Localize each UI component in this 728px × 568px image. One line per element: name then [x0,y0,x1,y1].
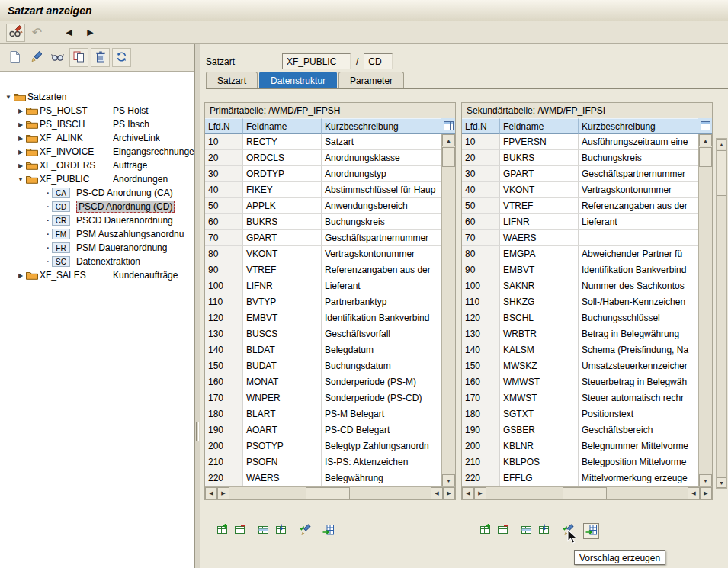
tree-group-desc[interactable]: Anordnungen [113,174,168,185]
cell[interactable]: Abstimmschlüssel für Haup [322,182,441,198]
tab-satzart[interactable]: Satzart [206,72,258,88]
record-type-code-icon[interactable]: SC [52,256,70,267]
cell[interactable]: Buchungskreis [322,214,441,230]
tree-group-key[interactable]: XF_ALINK [40,133,113,143]
cell[interactable]: BLDAT [243,342,322,358]
refresh-button[interactable] [112,48,131,67]
cell[interactable]: Satzart [322,134,441,150]
table-row[interactable]: 220WAERSBelegwährung [205,470,441,486]
vertical-scrollbar[interactable]: ▲▼ [441,134,455,486]
table-row[interactable]: 30GPARTGeschäftspartnernummer [462,166,698,182]
cell[interactable]: 110 [462,294,500,310]
cell[interactable]: RECTY [243,134,322,150]
cell[interactable]: 40 [205,182,243,198]
scroll-left-icon[interactable]: ◀ [205,487,217,499]
tree-item-label[interactable]: PSCD Daueranordnung [76,215,173,226]
column-header[interactable]: Kurzbeschreibung [322,118,441,134]
cell[interactable]: 70 [462,230,500,246]
cell[interactable]: Steuerbetrag in Belegwäh [579,374,698,390]
paste-row-button[interactable] [273,523,289,539]
scroll-left-icon[interactable]: ◀ [688,487,700,499]
cell[interactable]: 200 [205,438,243,454]
check-entries-button[interactable] [297,523,313,539]
tab-datenstruktur[interactable]: Datenstruktur [259,72,337,88]
cell[interactable]: Umsatzsteuerkennzeicher [579,358,698,374]
cell[interactable]: WAERS [243,470,322,486]
table-row[interactable]: 130BUSCSGeschäftsvorfall [205,326,441,342]
cell[interactable]: Mittelvormerkung erzeuge [579,470,698,486]
cell[interactable]: 80 [205,246,243,262]
cell[interactable]: Buchungsdatum [322,358,441,374]
table-row[interactable]: 200KBLNRBelegnummer Mittelvorme [462,438,698,454]
scroll-thumb[interactable] [717,150,726,196]
expand-arrow-icon[interactable]: ▶ [15,272,26,279]
scroll-track[interactable] [486,487,688,499]
table-row[interactable]: 60LIFNRLieferant [462,214,698,230]
display-button[interactable] [48,48,67,67]
cell[interactable]: KBLNR [500,438,579,454]
expand-arrow-icon[interactable]: ▶ [15,108,26,114]
cell[interactable]: WNPER [243,390,322,406]
cell[interactable]: Belegnummer Mittelvorme [579,438,698,454]
cell[interactable]: 20 [205,150,243,166]
table-row[interactable]: 20ORDCLSAnordnungsklasse [205,150,441,166]
column-header[interactable]: Lfd.N [205,118,243,134]
horizontal-scrollbar[interactable]: ◀▶◀▶ [205,486,455,499]
next-record-button[interactable]: ▶ [81,24,100,42]
cell[interactable] [579,230,698,246]
cell[interactable]: Schema (Preisfindung, Na [579,342,698,358]
cell[interactable]: Buchungskreis [579,150,698,166]
cell[interactable]: 130 [205,326,243,342]
table-row[interactable]: 50APPLKAnwendungsbereich [205,198,441,214]
generate-proposal-button[interactable] [583,523,599,539]
table-row[interactable]: 220EFFLGMittelvormerkung erzeuge [462,470,698,486]
cell[interactable]: 30 [205,166,243,182]
cell[interactable]: MWSKZ [500,358,579,374]
cell[interactable]: LIFNR [243,278,322,294]
cell[interactable]: ORDTYP [243,166,322,182]
cell[interactable]: Anordnungstyp [322,166,441,182]
tree-group-desc[interactable]: Aufträge [113,160,147,171]
table-row[interactable]: 100LIFNRLieferant [205,278,441,294]
paste-row-button[interactable] [536,523,552,539]
tree-item-label[interactable]: PSM Auszahlungsanordnu [76,229,184,239]
cell[interactable]: Steuer automatisch rechr [579,390,698,406]
scroll-right-icon[interactable]: ▶ [474,487,486,499]
expand-arrow-icon[interactable]: ▶ [15,135,26,142]
table-row[interactable]: 150BUDATBuchungsdatum [205,358,441,374]
cell[interactable]: VKONT [500,182,579,198]
scroll-thumb[interactable] [563,487,607,499]
cell[interactable]: 60 [462,214,500,230]
cell[interactable]: BSCHL [500,310,579,326]
cell[interactable]: 100 [205,278,243,294]
table-row[interactable]: 50VTREFReferenzangaben aus der [462,198,698,214]
vertical-scrollbar[interactable]: ▲▼ [698,134,712,486]
cell[interactable]: 140 [205,342,243,358]
cell[interactable]: AOART [243,422,322,438]
cell[interactable]: Identifikation Bankverbind [579,262,698,278]
record-type-code-icon[interactable]: CR [52,215,70,226]
cell[interactable]: BVTYP [243,294,322,310]
scroll-track[interactable] [442,167,455,474]
table-row[interactable]: 40VKONTVertragskontonummer [462,182,698,198]
cell[interactable]: 220 [205,470,243,486]
cell[interactable]: 30 [462,166,500,182]
table-row[interactable]: 100SAKNRNummer des Sachkontos [462,278,698,294]
cell[interactable]: BLART [243,406,322,422]
tree-group-desc[interactable]: Kundenaufträge [113,270,178,281]
tree-item-fm[interactable]: ·FMPSM Auszahlungsanordnu [0,227,194,241]
delete-row-button[interactable] [495,523,511,539]
table-row[interactable]: 110SHKZGSoll-/Haben-Kennzeichen [462,294,698,310]
table-row[interactable]: 30ORDTYPAnordnungstyp [205,166,441,182]
scroll-thumb[interactable] [699,147,712,167]
cell[interactable]: FIKEY [243,182,322,198]
scroll-track[interactable] [229,487,431,499]
cell[interactable]: 210 [462,454,500,470]
cell[interactable]: 90 [205,262,243,278]
cell[interactable]: 50 [462,198,500,214]
table-row[interactable]: 80EMGPAAbweichender Partner fü [462,246,698,262]
tree-item-sc[interactable]: ·SCDatenextraktion [0,255,194,268]
cell[interactable]: PSOTYP [243,438,322,454]
cell[interactable]: 60 [205,214,243,230]
cell[interactable]: Soll-/Haben-Kennzeichen [579,294,698,310]
